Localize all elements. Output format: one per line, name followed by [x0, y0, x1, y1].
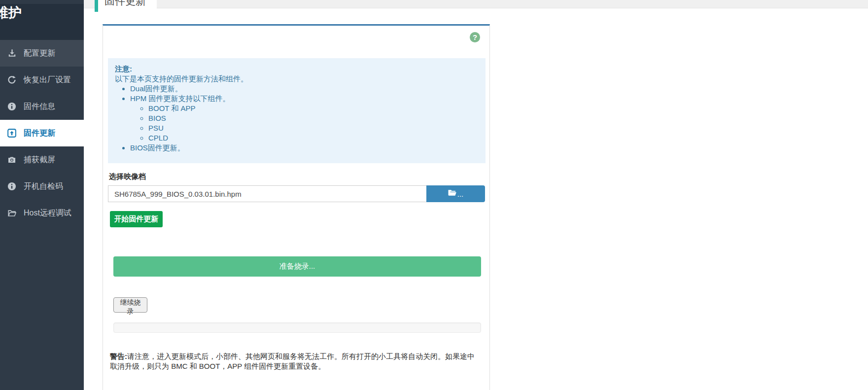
note-item: Dual固件更新。 [130, 84, 479, 94]
browse-button-label: ... [457, 190, 464, 198]
sidebar-item-factory-reset[interactable]: 恢复出厂设置 [0, 67, 84, 93]
sidebar-item-post-code[interactable]: 开机自检码 [0, 173, 84, 200]
continue-flash-button[interactable]: 继续烧录 [113, 297, 147, 313]
page-title: 固件更新 [95, 0, 157, 12]
image-file-input[interactable] [108, 185, 426, 202]
sidebar-item-screen-capture[interactable]: 捕获截屏 [0, 146, 84, 173]
sidebar-item-label: 恢复出厂设置 [24, 75, 71, 85]
help-icon[interactable]: ? [470, 32, 480, 42]
note-list: Dual固件更新。 HPM 固件更新支持以下组件。 BOOT 和 APP BIO… [115, 84, 479, 153]
info-icon [6, 181, 17, 191]
start-firmware-update-button[interactable]: 开始固件更新 [110, 211, 163, 227]
sidebar-item-label: 固件更新 [24, 128, 55, 139]
sidebar: 维护 配置更新 恢复出厂设置 固件信息 固件更新 捕获截屏 开机 [0, 0, 84, 390]
file-select-row: ... [108, 185, 490, 202]
info-icon [6, 102, 17, 111]
sidebar-item-label: 固件信息 [24, 102, 55, 112]
note-sublist: BOOT 和 APP BIOS PSU CPLD [130, 104, 479, 143]
sidebar-item-host-remote-debug[interactable]: Host远程调试 [0, 200, 84, 226]
sidebar-item-firmware-update[interactable]: 固件更新 [0, 120, 84, 146]
flash-status-text: 准备烧录... [279, 262, 315, 271]
download-icon [6, 48, 17, 58]
note-intro: 以下是本页支持的固件更新方法和组件。 [115, 74, 479, 84]
note-subitem: CPLD [148, 133, 479, 143]
note-box: 注意: 以下是本页支持的固件更新方法和组件。 Dual固件更新。 HPM 固件更… [108, 58, 486, 163]
note-item: HPM 固件更新支持以下组件。 BOOT 和 APP BIOS PSU CPLD [130, 94, 479, 143]
firmware-update-panel: ? 注意: 以下是本页支持的固件更新方法和组件。 Dual固件更新。 HPM 固… [103, 24, 490, 390]
camera-icon [6, 155, 17, 165]
note-subitem: PSU [148, 123, 479, 133]
note-title: 注意: [115, 64, 479, 74]
image-file-label: 选择映像档 [109, 172, 146, 181]
sidebar-item-label: Host远程调试 [24, 208, 71, 218]
note-item: BIOS固件更新。 [130, 143, 479, 153]
sidebar-header: 维护 [0, 4, 84, 40]
sidebar-item-firmware-info[interactable]: 固件信息 [0, 93, 84, 120]
sidebar-item-label: 配置更新 [24, 48, 55, 59]
flash-status-bar: 准备烧录... [113, 256, 481, 277]
note-subitem: BIOS [148, 113, 479, 123]
sidebar-item-config-update[interactable]: 配置更新 [0, 40, 84, 67]
folder-icon [448, 189, 456, 198]
flash-progress-bar [113, 322, 481, 333]
upload-icon [6, 128, 17, 138]
sidebar-item-label: 捕获截屏 [24, 155, 55, 165]
restore-icon [6, 75, 17, 85]
browse-button[interactable]: ... [426, 185, 485, 202]
warning-label: 警告: [110, 352, 127, 360]
sidebar-title: 维护 [0, 4, 84, 22]
header-strip [84, 0, 868, 8]
folder-open-icon [6, 208, 17, 218]
sidebar-item-label: 开机自检码 [24, 181, 63, 192]
note-subitem: BOOT 和 APP [148, 104, 479, 113]
warning-text: 警告:请注意，进入更新模式后，小部件、其他网页和服务将无法工作。所有打开的小工具… [110, 352, 477, 371]
